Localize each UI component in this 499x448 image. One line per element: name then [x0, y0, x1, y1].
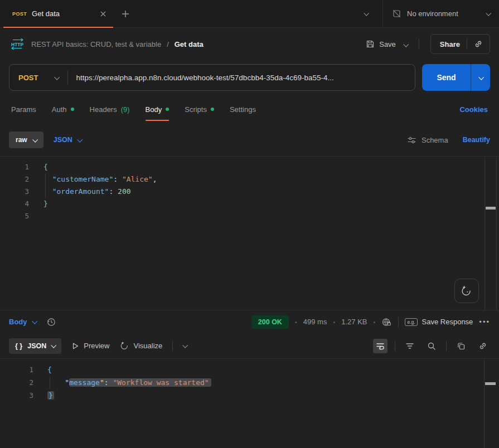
code-line: 2 "customerName": "Alice", — [0, 173, 499, 186]
line-number: 2 — [0, 173, 29, 186]
send-options-chevron[interactable] — [471, 64, 490, 91]
breadcrumb-collection[interactable]: REST API basics: CRUD, test & variable — [31, 40, 161, 48]
postbot-button[interactable] — [454, 279, 479, 303]
token: 200 — [118, 187, 130, 196]
tab-params[interactable]: Params — [11, 95, 36, 124]
send-button[interactable]: Send — [422, 64, 490, 91]
breadcrumb-request-name: Get data — [175, 40, 204, 48]
share-label: Share — [440, 40, 460, 48]
token: { — [43, 163, 48, 171]
token: { — [47, 366, 52, 374]
close-tab-icon[interactable] — [100, 11, 106, 17]
view-options-chevron[interactable] — [183, 343, 188, 348]
chevron-down-icon — [51, 343, 57, 348]
green-dot-icon — [166, 108, 169, 111]
request-url-row: POST Send — [0, 60, 499, 95]
sparkle-circle-icon — [461, 285, 473, 297]
beautify-button[interactable]: Beautify — [463, 136, 490, 144]
tab-options-chevron[interactable] — [350, 0, 382, 27]
schema-button[interactable]: Schema — [407, 136, 448, 144]
visualize-button[interactable]: Visualize — [120, 341, 163, 350]
line-number: 3 — [0, 186, 29, 198]
save-button[interactable]: Save — [366, 40, 396, 48]
line-number: 3 — [0, 389, 33, 402]
wrap-text-button[interactable] — [373, 339, 387, 353]
green-dot-icon — [71, 108, 74, 111]
save-response-button[interactable]: e.g. Save Response — [405, 318, 473, 326]
tab-settings[interactable]: Settings — [230, 95, 256, 124]
dot-separator: • — [333, 319, 335, 325]
response-meta-bar: Body 200 OK • 499 ms • 1.27 KB • e.g. Sa… — [0, 310, 499, 333]
beautify-label: Beautify — [463, 136, 490, 144]
response-tool-icons — [373, 339, 490, 353]
divider — [172, 341, 173, 351]
request-tabs: Params Auth Headers(9) Body Scripts Sett… — [0, 95, 499, 124]
new-tab-button[interactable] — [113, 0, 138, 27]
divider — [398, 317, 399, 327]
token: : — [113, 175, 122, 183]
search-icon[interactable] — [424, 339, 439, 353]
line-number: 4 — [0, 198, 29, 210]
response-time[interactable]: 499 ms — [303, 318, 327, 326]
code-line: 1 { — [0, 161, 499, 173]
response-stats: 200 OK • 499 ms • 1.27 KB • e.g. Save Re… — [251, 315, 490, 329]
code-line: 2 "message": "Workflow was started" — [0, 376, 499, 389]
preview-button[interactable]: Preview — [71, 342, 109, 350]
tab-label: Params — [11, 105, 36, 114]
tab-label: Body — [146, 105, 162, 114]
language-selector[interactable]: JSON — [54, 136, 81, 144]
code-line: 1 { — [0, 363, 499, 376]
request-tab[interactable]: POST Get data — [3, 0, 113, 27]
sparkle-circle-icon — [120, 341, 129, 350]
history-icon[interactable] — [46, 317, 56, 327]
environment-selector[interactable]: No environment — [382, 0, 499, 27]
response-size[interactable]: 1.27 KB — [341, 318, 367, 326]
more-options-button[interactable]: ••• — [479, 318, 490, 326]
tab-label: Settings — [230, 105, 256, 114]
response-body-viewer[interactable]: 1 { 2 "message": "Workflow was started" … — [0, 359, 499, 448]
response-body-selector[interactable]: Body — [9, 318, 36, 326]
token: , — [153, 175, 157, 183]
tab-auth[interactable]: Auth — [52, 95, 74, 124]
dot-separator: • — [374, 319, 376, 325]
request-body-editor[interactable]: 1 { 2 "customerName": "Alice", 3 "orderA… — [0, 156, 499, 310]
share-button[interactable]: Share — [430, 34, 490, 54]
send-label: Send — [422, 64, 471, 91]
sliders-icon — [407, 136, 416, 144]
chevron-down-icon — [77, 137, 83, 142]
response-format-pill[interactable]: { } JSON — [9, 338, 61, 354]
tab-headers[interactable]: Headers(9) — [90, 95, 130, 124]
token: "customerName" — [52, 175, 114, 183]
code-text: "orderAmount": 200 — [29, 186, 131, 198]
indent-guide — [45, 174, 46, 198]
link-icon[interactable] — [474, 40, 483, 48]
scroll-ruler[interactable] — [484, 359, 496, 448]
cookies-link[interactable]: Cookies — [459, 95, 488, 124]
code-line: 3 "orderAmount": 200 — [0, 186, 499, 198]
raw-format-selector[interactable]: raw — [9, 132, 43, 148]
url-input[interactable] — [68, 74, 415, 82]
code-text — [29, 210, 43, 222]
chevron-down-icon — [403, 41, 409, 47]
format-label: raw — [16, 136, 27, 144]
copy-link-button[interactable] — [476, 339, 490, 353]
globe-lock-icon[interactable] — [381, 317, 392, 327]
filter-button[interactable] — [403, 339, 417, 353]
code-text: "message": "Workflow was started" — [33, 376, 211, 389]
code-text: } — [33, 389, 54, 402]
top-tab-bar: POST Get data No environment — [0, 0, 499, 28]
scroll-mark — [485, 382, 496, 385]
copy-button[interactable] — [454, 339, 468, 353]
url-box: POST — [9, 64, 415, 91]
line-number: 2 — [0, 376, 33, 389]
schema-label: Schema — [422, 136, 448, 144]
response-format-label: JSON — [27, 342, 46, 350]
scroll-ruler[interactable] — [485, 157, 497, 310]
tab-scripts[interactable]: Scripts — [185, 95, 214, 124]
method-selector[interactable]: POST — [9, 74, 67, 82]
tab-body[interactable]: Body — [146, 95, 169, 124]
status-badge[interactable]: 200 OK — [251, 315, 289, 329]
tab-method-label: POST — [12, 11, 27, 17]
tab-title: Get data — [32, 9, 60, 18]
save-options-chevron[interactable] — [401, 40, 413, 48]
